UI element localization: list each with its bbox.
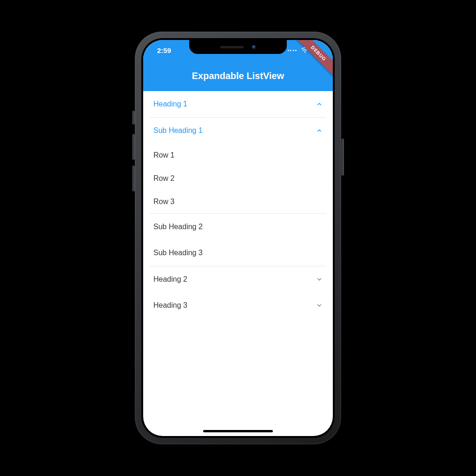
row-label: Row 3 bbox=[153, 198, 174, 206]
app-title: Expandable ListView bbox=[143, 60, 333, 91]
speaker-grille bbox=[220, 46, 244, 48]
tile-label: Sub Heading 3 bbox=[153, 249, 323, 257]
tile-label: Sub Heading 2 bbox=[153, 223, 323, 231]
chevron-up-icon bbox=[316, 101, 323, 107]
tile-heading-1[interactable]: Heading 1 bbox=[143, 91, 333, 117]
chevron-up-icon bbox=[316, 127, 323, 134]
row-label: Row 2 bbox=[153, 174, 174, 183]
tile-label: Sub Heading 1 bbox=[153, 126, 316, 135]
tile-sub-heading-3[interactable]: Sub Heading 3 bbox=[143, 240, 333, 266]
status-time: 2:59 bbox=[152, 46, 171, 54]
phone-power-button bbox=[341, 139, 344, 176]
tile-sub-heading-1[interactable]: Sub Heading 1 bbox=[143, 118, 333, 144]
chevron-down-icon bbox=[316, 302, 323, 309]
cellular-signal-icon bbox=[288, 50, 297, 51]
list-item[interactable]: Row 1 bbox=[143, 144, 333, 167]
stage: DEBUG 2:59 bbox=[0, 0, 476, 476]
expandable-list[interactable]: Heading 1 Sub Heading 1 bbox=[143, 91, 333, 318]
screen: DEBUG 2:59 bbox=[143, 40, 333, 436]
phone-frame: DEBUG 2:59 bbox=[135, 32, 341, 444]
tile-label: Heading 1 bbox=[153, 100, 316, 108]
phone-bezel: DEBUG 2:59 bbox=[141, 38, 335, 438]
phone-mute-switch bbox=[132, 111, 135, 125]
front-camera bbox=[252, 45, 256, 49]
list-item[interactable]: Row 3 bbox=[143, 190, 333, 213]
tile-heading-3[interactable]: Heading 3 bbox=[143, 292, 333, 318]
home-indicator[interactable] bbox=[203, 430, 273, 432]
notch bbox=[189, 40, 287, 54]
phone-volume-down bbox=[132, 165, 135, 192]
tile-sub-heading-2[interactable]: Sub Heading 2 bbox=[143, 214, 333, 240]
list-item[interactable]: Row 2 bbox=[143, 167, 333, 190]
row-label: Row 1 bbox=[153, 151, 174, 159]
tile-heading-2[interactable]: Heading 2 bbox=[143, 266, 333, 292]
tile-label: Heading 2 bbox=[153, 275, 316, 284]
phone-volume-up bbox=[132, 134, 135, 160]
chevron-down-icon bbox=[316, 276, 323, 283]
tile-label: Heading 3 bbox=[153, 301, 316, 310]
